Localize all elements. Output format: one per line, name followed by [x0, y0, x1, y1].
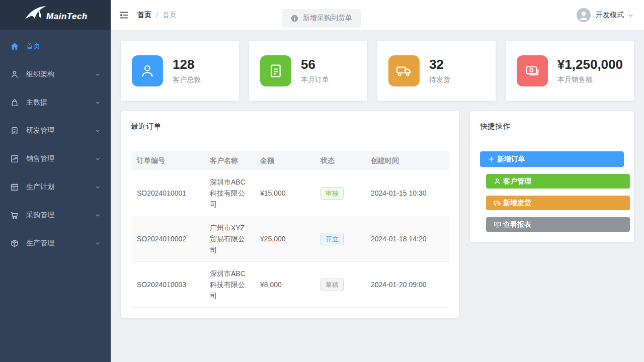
customer-management-button[interactable]: 客户管理 [486, 174, 630, 189]
logo[interactable]: MainTech [0, 0, 111, 30]
stat-label: 本月订单 [301, 75, 329, 84]
breadcrumb-item-current: 首页 [163, 11, 177, 20]
quick-actions-panel: 快捷操作 新增订单 客户管理 [470, 111, 634, 242]
customer-name: 广州市XYZ贸易有限公司 [204, 216, 254, 262]
chevron-down-icon [95, 212, 101, 218]
customer-name: 深圳市ABC科技有限公司 [204, 262, 254, 308]
orders-table: 订单编号 客户名称 金额 状态 创建时间 SO2024010001 深圳市ABC… [131, 151, 449, 308]
table-row[interactable]: SO2024010001 深圳市ABC科技有限公司 ¥15,000 审核 202… [131, 170, 449, 216]
chart-icon [10, 154, 19, 163]
cart-icon [10, 211, 19, 220]
sidebar-item-label: 生产管理 [26, 239, 54, 248]
customer-name: 深圳市ABC科技有限公司 [204, 170, 254, 216]
add-order-label: 新增订单 [497, 155, 525, 164]
sidebar-item-label: 生产计划 [26, 183, 54, 192]
quick-actions-title: 快捷操作 [470, 111, 634, 141]
order-amount: ¥15,000 [254, 170, 314, 216]
plus-icon [488, 155, 495, 163]
col-order-no: 订单编号 [131, 151, 204, 170]
stat-label: 待发货 [429, 75, 450, 84]
view-reports-button[interactable]: 查看报表 [486, 217, 630, 232]
sidebar-item-label: 研发管理 [26, 126, 54, 135]
top-header: 首页 / 首页 新增采购到货单 开发模式 [111, 0, 644, 31]
sidebar-item-rnd[interactable]: 研发管理 [0, 117, 111, 145]
sidebar: MainTech 首页 组织架构 主数据 [0, 0, 111, 362]
order-no: SO2024010002 [131, 216, 204, 262]
hamburger-icon[interactable] [118, 10, 129, 21]
stat-card-customers: 128 客户总数 [121, 41, 239, 101]
breadcrumb-separator: / [156, 11, 158, 19]
breadcrumb-item-home[interactable]: 首页 [137, 11, 151, 20]
sidebar-item-sales[interactable]: 销售管理 [0, 145, 111, 173]
stat-label: 客户总数 [173, 75, 201, 84]
order-amount: ¥8,000 [254, 262, 314, 308]
table-row[interactable]: SO2024010003 深圳市ABC科技有限公司 ¥8,000 草稿 2024… [131, 262, 449, 308]
add-shipment-label: 新增发货 [503, 199, 531, 208]
stat-value: ¥1,250,000 [557, 57, 623, 72]
created-time: 2024-01-15 10:30 [365, 170, 449, 216]
home-icon [10, 42, 19, 51]
recent-orders-panel: 最近订单 订单编号 客户名称 金额 状态 创建时间 [121, 111, 459, 318]
breadcrumb: 首页 / 首页 [137, 11, 177, 20]
sidebar-item-label: 主数据 [26, 98, 47, 107]
new-purchase-receipt-label: 新增采购到货单 [303, 14, 352, 23]
created-time: 2024-01-18 14:20 [365, 216, 449, 262]
person-icon [577, 8, 591, 22]
truck-icon [494, 199, 501, 207]
view-reports-label: 查看报表 [503, 220, 531, 229]
swoosh-logo-icon [23, 4, 49, 26]
recent-orders-title: 最近订单 [121, 111, 459, 141]
order-amount: ¥25,000 [254, 216, 314, 262]
add-shipment-button[interactable]: 新增发货 [486, 196, 630, 210]
calendar-icon [10, 183, 19, 192]
money-icon [517, 55, 548, 86]
chevron-down-icon [95, 156, 101, 162]
stat-value: 32 [429, 57, 450, 72]
col-status: 状态 [314, 151, 365, 170]
sidebar-item-org[interactable]: 组织架构 [0, 60, 111, 88]
sidebar-item-production-plan[interactable]: 生产计划 [0, 173, 111, 201]
add-order-button[interactable]: 新增订单 [480, 151, 624, 167]
truck-icon [388, 55, 420, 86]
sidebar-menu: 首页 组织架构 主数据 研发管理 销售 [0, 30, 111, 257]
customer-management-label: 客户管理 [503, 177, 531, 186]
box-icon [10, 239, 19, 248]
bag-icon [10, 98, 19, 107]
document-icon [10, 126, 19, 135]
sidebar-item-masterdata[interactable]: 主数据 [0, 88, 111, 117]
new-purchase-receipt-button[interactable]: 新增采购到货单 [282, 9, 361, 27]
table-row[interactable]: SO2024010002 广州市XYZ贸易有限公司 ¥25,000 开立 202… [131, 216, 449, 262]
status-badge: 草稿 [320, 279, 344, 291]
col-customer: 客户名称 [204, 151, 254, 170]
user-icon [132, 55, 163, 86]
status-badge: 开立 [320, 233, 344, 245]
stat-card-to-ship: 32 待发货 [377, 41, 496, 101]
status-badge: 审核 [320, 187, 344, 200]
report-icon [494, 221, 501, 228]
user-icon [494, 177, 501, 185]
stat-label: 本月销售额 [557, 75, 623, 84]
chevron-down-icon [95, 100, 101, 106]
stat-card-orders: 56 本月订单 [249, 41, 367, 101]
chevron-down-icon [95, 240, 101, 246]
table-header-row: 订单编号 客户名称 金额 状态 创建时间 [131, 151, 449, 170]
stat-cards: 128 客户总数 56 本月订单 [121, 41, 634, 101]
main-content: 128 客户总数 56 本月订单 [111, 31, 644, 362]
sidebar-item-label: 采购管理 [26, 211, 54, 220]
sidebar-item-label: 组织架构 [26, 70, 54, 79]
stat-card-sales: ¥1,250,000 本月销售额 [506, 41, 634, 101]
chevron-down-icon [95, 184, 101, 190]
logo-text: MainTech [46, 12, 88, 26]
order-no: SO2024010001 [131, 170, 204, 216]
user-mode-label: 开发模式 [596, 11, 624, 20]
chevron-down-icon [95, 128, 101, 134]
col-created: 创建时间 [365, 151, 449, 170]
sidebar-item-manufacturing[interactable]: 生产管理 [0, 229, 111, 257]
sidebar-item-purchase[interactable]: 采购管理 [0, 201, 111, 229]
chevron-down-icon [627, 12, 634, 19]
user-menu[interactable]: 开发模式 [577, 8, 644, 22]
col-amount: 金额 [254, 151, 314, 170]
sidebar-item-home[interactable]: 首页 [0, 32, 111, 60]
stat-value: 128 [173, 57, 201, 72]
user-icon [10, 70, 19, 79]
